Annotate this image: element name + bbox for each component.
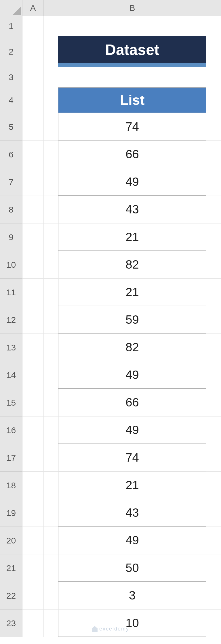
- data-value: 49: [58, 361, 206, 389]
- row-header[interactable]: 6: [0, 141, 22, 168]
- cell[interactable]: [22, 334, 44, 361]
- watermark: exceldemy: [92, 626, 129, 632]
- cell[interactable]: [22, 499, 44, 527]
- data-value: 50: [58, 554, 206, 582]
- watermark-text: exceldemy: [99, 626, 129, 632]
- row-header[interactable]: 1: [0, 16, 22, 36]
- cell[interactable]: [44, 16, 221, 36]
- cell[interactable]: [22, 279, 44, 306]
- list-column-header: List: [58, 87, 206, 113]
- data-cell[interactable]: 82: [44, 334, 221, 361]
- cell[interactable]: [22, 223, 44, 251]
- cell[interactable]: [22, 417, 44, 444]
- data-cell[interactable]: 49: [44, 527, 221, 554]
- cell[interactable]: [22, 444, 44, 472]
- data-cell[interactable]: 74: [44, 444, 221, 472]
- data-cell[interactable]: 59: [44, 306, 221, 334]
- data-value: 66: [58, 141, 206, 168]
- cell[interactable]: [22, 141, 44, 168]
- data-value: 49: [58, 417, 206, 444]
- data-cell[interactable]: 49: [44, 168, 221, 196]
- row-header[interactable]: 2: [0, 36, 22, 67]
- data-value: 3: [58, 582, 206, 609]
- row-header[interactable]: 15: [0, 389, 22, 417]
- row-header[interactable]: 5: [0, 113, 22, 141]
- column-header-a[interactable]: A: [22, 0, 44, 16]
- data-value: 43: [58, 196, 206, 223]
- data-value: 43: [58, 499, 206, 527]
- title-cell[interactable]: Dataset: [44, 36, 221, 67]
- row-header[interactable]: 9: [0, 223, 22, 251]
- data-cell[interactable]: 66: [44, 141, 221, 168]
- column-header-b[interactable]: B: [44, 0, 221, 16]
- row-header[interactable]: 16: [0, 417, 22, 444]
- row-header[interactable]: 3: [0, 67, 22, 87]
- data-cell[interactable]: 10: [44, 610, 221, 637]
- data-cell[interactable]: 21: [44, 223, 221, 251]
- data-value: 82: [58, 251, 206, 278]
- row-header[interactable]: 20: [0, 527, 22, 554]
- row-header[interactable]: 4: [0, 87, 22, 113]
- data-cell[interactable]: 49: [44, 361, 221, 389]
- data-value: 21: [58, 279, 206, 306]
- data-cell[interactable]: 21: [44, 279, 221, 306]
- spreadsheet-container: A B 1 2 Dataset 3 4 List 5 74 6 66 7 49 …: [0, 0, 221, 637]
- row-header[interactable]: 17: [0, 444, 22, 472]
- cell[interactable]: [22, 168, 44, 196]
- row-header[interactable]: 18: [0, 472, 22, 499]
- cell[interactable]: [22, 472, 44, 499]
- cell[interactable]: [22, 554, 44, 582]
- data-cell[interactable]: 21: [44, 472, 221, 499]
- spreadsheet-grid: A B 1 2 Dataset 3 4 List 5 74 6 66 7 49 …: [0, 0, 221, 637]
- row-header[interactable]: 19: [0, 499, 22, 527]
- cell[interactable]: [22, 527, 44, 554]
- data-cell[interactable]: 82: [44, 251, 221, 279]
- row-header[interactable]: 8: [0, 196, 22, 223]
- cell[interactable]: [22, 306, 44, 334]
- data-cell[interactable]: 43: [44, 196, 221, 223]
- row-header[interactable]: 14: [0, 361, 22, 389]
- cell[interactable]: [22, 610, 44, 637]
- data-value: 21: [58, 472, 206, 499]
- row-header[interactable]: 10: [0, 251, 22, 279]
- data-cell[interactable]: 43: [44, 499, 221, 527]
- cell[interactable]: [22, 361, 44, 389]
- data-value: 82: [58, 334, 206, 361]
- data-cell[interactable]: 49: [44, 417, 221, 444]
- data-value: 10: [58, 610, 206, 637]
- data-value: 49: [58, 527, 206, 554]
- data-cell[interactable]: 74: [44, 113, 221, 141]
- row-header[interactable]: 7: [0, 168, 22, 196]
- data-value: 66: [58, 389, 206, 416]
- cell[interactable]: [22, 389, 44, 417]
- cell[interactable]: [22, 67, 44, 87]
- data-value: 21: [58, 223, 206, 251]
- row-header[interactable]: 23: [0, 610, 22, 637]
- row-header[interactable]: 22: [0, 582, 22, 610]
- cell[interactable]: [22, 36, 44, 67]
- data-cell[interactable]: 50: [44, 554, 221, 582]
- row-header[interactable]: 21: [0, 554, 22, 582]
- data-cell[interactable]: 3: [44, 582, 221, 610]
- row-header[interactable]: 13: [0, 334, 22, 361]
- row-header[interactable]: 11: [0, 279, 22, 306]
- list-header-cell[interactable]: List: [44, 87, 221, 113]
- data-cell[interactable]: 66: [44, 389, 221, 417]
- data-value: 74: [58, 113, 206, 140]
- dataset-title: Dataset: [58, 36, 206, 67]
- cell[interactable]: [22, 251, 44, 279]
- cell[interactable]: [22, 582, 44, 610]
- cell[interactable]: [44, 67, 221, 87]
- watermark-icon: [92, 626, 98, 632]
- data-value: 74: [58, 444, 206, 471]
- data-value: 49: [58, 168, 206, 196]
- cell[interactable]: [22, 113, 44, 141]
- cell[interactable]: [22, 196, 44, 223]
- cell[interactable]: [22, 87, 44, 113]
- row-header[interactable]: 12: [0, 306, 22, 334]
- cell[interactable]: [22, 16, 44, 36]
- select-all-corner[interactable]: [0, 0, 22, 16]
- data-value: 59: [58, 306, 206, 333]
